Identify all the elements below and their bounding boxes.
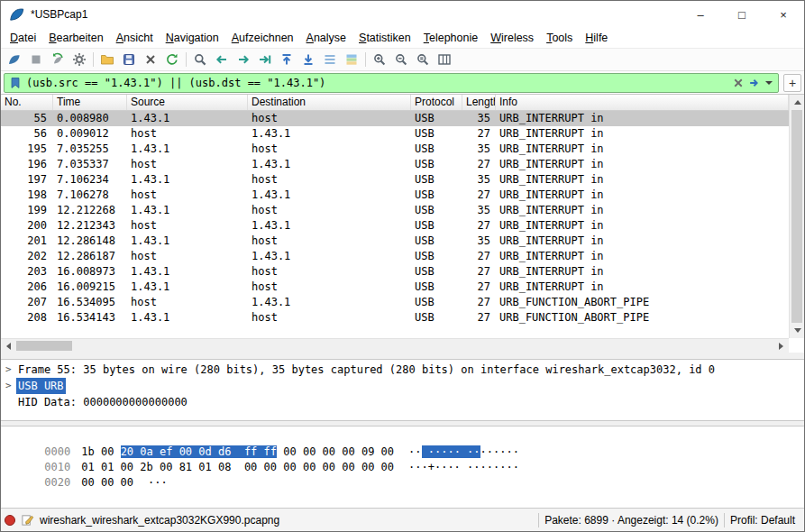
menu-item-analyse[interactable]: Analyse — [300, 30, 352, 46]
packet-row[interactable]: 20012.212343host1.43.1USB27URB_INTERRUPT… — [1, 218, 789, 234]
horizontal-scrollbar[interactable] — [1, 338, 789, 353]
zoom-in-button[interactable] — [369, 50, 390, 69]
cell-length: 27 — [462, 126, 496, 142]
hex-bytes: 1b 00 — [81, 445, 120, 458]
column-header-length[interactable]: Length — [462, 95, 496, 110]
packet-row[interactable]: 1967.035337host1.43.1USB27URB_INTERRUPT … — [1, 157, 789, 172]
column-header-protocol[interactable]: Protocol — [411, 95, 462, 110]
first-packet-button[interactable] — [276, 50, 297, 69]
packet-row[interactable]: 20816.5341431.43.1hostUSB27URB_FUNCTION_… — [1, 310, 789, 326]
go-to-packet-button[interactable] — [254, 50, 276, 69]
zoom-out-button[interactable] — [390, 50, 412, 69]
scroll-up-icon[interactable] — [790, 95, 805, 110]
save-file-button[interactable] — [118, 50, 140, 69]
auto-scroll-button[interactable] — [319, 50, 341, 69]
cell-source: host — [127, 249, 248, 264]
cell-destination: 1.43.1 — [248, 295, 411, 310]
cell-time: 12.286187 — [53, 249, 127, 264]
packet-row[interactable]: 20212.286187host1.43.1USB27URB_INTERRUPT… — [1, 249, 789, 264]
menu-item-tools[interactable]: Tools — [540, 30, 579, 46]
filter-bookmark-icon[interactable] — [7, 75, 23, 91]
zoom-normal-button[interactable] — [412, 50, 434, 69]
menu-item-navigation[interactable]: Navigation — [160, 30, 225, 46]
packet-row[interactable]: 1977.1062341.43.1hostUSB35URB_INTERRUPT … — [1, 172, 789, 188]
minimize-button[interactable]: – — [680, 1, 721, 28]
detail-text: Frame 55: 35 bytes on wire (280 bits), 3… — [16, 362, 717, 378]
capture-comment-icon[interactable] — [21, 513, 34, 527]
menu-item-telephonie[interactable]: Telephonie — [417, 30, 484, 46]
go-back-button[interactable] — [211, 50, 233, 69]
menu-item-statistiken[interactable]: Statistiken — [352, 30, 417, 46]
close-button[interactable]: × — [763, 1, 804, 28]
packet-row[interactable]: 560.009012host1.43.1USB27URB_INTERRUPT i… — [1, 126, 789, 142]
main-toolbar — [1, 48, 804, 71]
packet-row[interactable]: 19912.2122681.43.1hostUSB35URB_INTERRUPT… — [1, 203, 789, 218]
column-header-time[interactable]: Time — [53, 95, 127, 110]
menu-item-aufzeichnen[interactable]: Aufzeichnen — [225, 30, 300, 46]
scroll-left-icon[interactable] — [1, 339, 16, 353]
colorize-button[interactable] — [341, 50, 362, 69]
cell-source: 1.43.1 — [127, 111, 248, 126]
stop-capture-button[interactable] — [25, 50, 47, 69]
column-header-source[interactable]: Source — [127, 95, 248, 110]
vertical-scrollbar[interactable] — [789, 95, 804, 338]
ascii-bytes-selected: ····· ·· — [422, 445, 480, 458]
hex-row[interactable]: 00001b 00 20 0a ef 00 0d d6 ff ff 00 00 … — [5, 429, 804, 445]
filter-clear-icon[interactable] — [730, 75, 746, 91]
scroll-right-icon[interactable] — [773, 339, 789, 353]
open-file-button[interactable] — [96, 50, 118, 69]
add-filter-button[interactable]: + — [783, 74, 801, 92]
menu-item-ansicht[interactable]: Ansicht — [110, 30, 160, 46]
packet-row[interactable]: 1957.0352551.43.1hostUSB35URB_INTERRUPT … — [1, 142, 789, 157]
menu-item-wireless[interactable]: Wireless — [484, 30, 540, 46]
packet-row[interactable]: 1987.106278host1.43.1USB27URB_INTERRUPT … — [1, 188, 789, 203]
cell-destination: host — [248, 203, 411, 218]
display-filter-value[interactable]: (usb.src == "1.43.1") || (usb.dst == "1.… — [23, 77, 730, 89]
packet-row[interactable]: 20112.2861481.43.1hostUSB35URB_INTERRUPT… — [1, 234, 789, 249]
resize-columns-button[interactable] — [434, 50, 455, 69]
column-header-destination[interactable]: Destination — [248, 95, 411, 110]
packet-row[interactable]: 20316.0089731.43.1hostUSB27URB_INTERRUPT… — [1, 264, 789, 280]
last-packet-button[interactable] — [297, 50, 319, 69]
cell-protocol: USB — [411, 264, 462, 280]
column-header-info[interactable]: Info — [496, 95, 789, 110]
expand-arrow-icon[interactable]: > — [5, 362, 16, 378]
pane-splitter[interactable] — [1, 353, 804, 360]
packet-row[interactable]: 20716.534095host1.43.1USB27URB_FUNCTION_… — [1, 295, 789, 310]
profile-selector[interactable]: Profil: Default — [730, 514, 800, 527]
cell-info: URB_INTERRUPT in — [496, 111, 789, 126]
maximize-button[interactable]: □ — [721, 1, 763, 28]
capture-options-button[interactable] — [69, 50, 90, 69]
cell-no: 200 — [1, 218, 53, 234]
arrow-right-icon — [236, 52, 251, 67]
cell-source: 1.43.1 — [127, 234, 248, 249]
detail-row-hid-data[interactable]: HID Data: 0000000000000000 — [1, 394, 804, 410]
detail-row-frame[interactable]: >Frame 55: 35 bytes on wire (280 bits), … — [1, 362, 804, 378]
gear-icon — [72, 52, 87, 67]
packet-list-header: No. Time Source Destination Protocol Len… — [1, 95, 804, 111]
filter-apply-icon[interactable] — [746, 75, 763, 91]
menu-item-datei[interactable]: Datei — [4, 30, 42, 46]
display-filter-input[interactable]: (usb.src == "1.43.1") || (usb.dst == "1.… — [4, 73, 779, 93]
detail-row-usb-urb[interactable]: >USB URB — [1, 378, 804, 394]
cell-protocol: USB — [411, 234, 462, 249]
column-header-no[interactable]: No. — [1, 95, 53, 110]
expand-arrow-icon[interactable]: > — [5, 378, 16, 394]
scroll-down-icon[interactable] — [790, 323, 805, 338]
reload-file-button[interactable] — [161, 50, 183, 69]
cell-destination: 1.43.1 — [248, 126, 411, 142]
close-file-button[interactable] — [140, 50, 161, 69]
vertical-scrollbar-thumb[interactable] — [791, 110, 802, 323]
restart-capture-button[interactable] — [47, 50, 69, 69]
find-packet-button[interactable] — [189, 50, 211, 69]
expert-info-icon[interactable] — [5, 515, 15, 526]
start-capture-button[interactable] — [4, 50, 25, 69]
menu-item-hilfe[interactable]: Hilfe — [579, 30, 614, 46]
go-forward-button[interactable] — [233, 50, 254, 69]
horizontal-scrollbar-thumb[interactable] — [16, 341, 72, 351]
packet-row[interactable]: 550.0089801.43.1hostUSB35URB_INTERRUPT i… — [1, 111, 789, 126]
menu-item-bearbeiten[interactable]: Bearbeiten — [42, 30, 109, 46]
packet-row[interactable]: 20616.0092151.43.1hostUSB27URB_INTERRUPT… — [1, 280, 789, 295]
filter-dropdown-icon[interactable] — [765, 81, 773, 85]
shark-fin-icon — [7, 52, 22, 67]
